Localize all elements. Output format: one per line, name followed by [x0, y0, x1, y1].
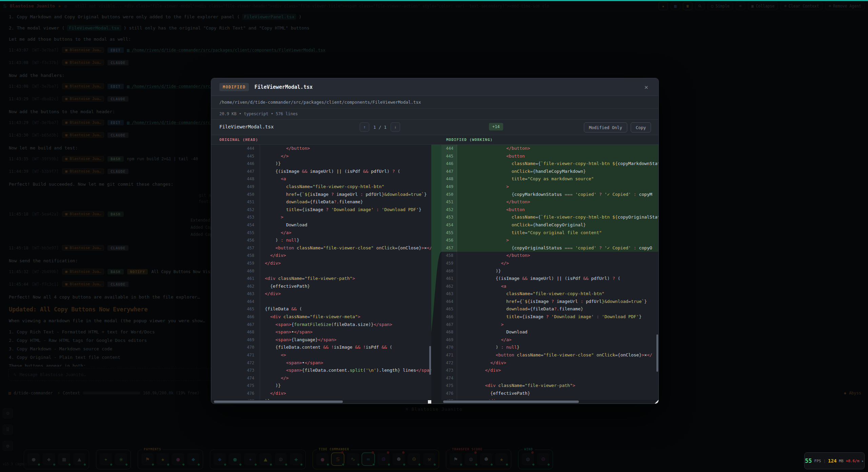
- code-text: title="Copy as markdown source": [457, 175, 594, 183]
- hud-expand-icon[interactable]: ▸: [862, 459, 864, 463]
- token: ): [331, 169, 337, 174]
- performance-hud[interactable]: 55 FPS | 124 MB +8.6/m ▸: [804, 452, 865, 469]
- original-pane[interactable]: 444 </button>445 </>446 )}447 {(isImage …: [211, 145, 431, 404]
- token: language: [294, 337, 315, 342]
- token: isImage: [334, 345, 353, 350]
- token: >: [281, 214, 283, 220]
- code-line: 471 <>: [211, 351, 431, 359]
- code-line: 447 {(isImage && imageUrl) || (isPdf && …: [211, 168, 431, 176]
- original-header: ORIGINAL (HEAD): [219, 138, 258, 142]
- prev-change-button[interactable]: ↑: [360, 122, 369, 132]
- token: :: [358, 192, 366, 197]
- token: =: [541, 352, 544, 357]
- token: :: [594, 314, 601, 319]
- token: }: [644, 299, 647, 304]
- memory-rate: +8.6/m: [846, 459, 860, 463]
- token: &&: [580, 276, 591, 281]
- token: copyOriginalStatus: [618, 214, 658, 220]
- code-line: 474 </>: [211, 374, 431, 382]
- line-number: 449: [211, 183, 260, 191]
- token: >: [506, 184, 509, 189]
- line-number: 457: [441, 244, 457, 252]
- next-change-button[interactable]: ↓: [391, 122, 400, 132]
- token: {(: [496, 276, 501, 281]
- token: &&: [320, 345, 331, 350]
- line-number: 474: [441, 374, 457, 382]
- token: ?: [596, 245, 604, 250]
- token: download: [506, 306, 528, 311]
- code-text: className="file-viewer-copy-html-btn": [457, 290, 605, 298]
- right-horizontal-scrollbar[interactable]: [441, 400, 658, 404]
- line-number: 452: [441, 206, 457, 214]
- token: =: [307, 314, 310, 319]
- token: pdfUrl: [366, 192, 381, 197]
- token: "file-viewer-copy-html-btn": [313, 184, 384, 189]
- line-number: 450: [441, 191, 457, 199]
- line-number: 456: [211, 237, 260, 244]
- token: `${: [522, 299, 530, 304]
- token: pdfUrl: [586, 299, 602, 304]
- token: filename: [559, 306, 581, 311]
- token: <div: [270, 314, 281, 319]
- token: isImage: [525, 314, 544, 319]
- line-number: 473: [211, 367, 260, 374]
- token: }: [360, 199, 363, 204]
- token: </>: [281, 375, 289, 381]
- code-text: [457, 374, 461, 382]
- code-text: </div>: [457, 367, 501, 374]
- line-number: 469: [211, 336, 260, 344]
- token: </div>: [265, 291, 281, 296]
- close-icon[interactable]: ×: [642, 83, 650, 91]
- token: pdfUrl: [591, 276, 607, 281]
- line-number: 466: [211, 313, 260, 321]
- code-text: Download: [260, 221, 307, 229]
- code-text: <span>•</span>: [260, 328, 313, 336]
- token: "file-viewer-close": [544, 352, 594, 357]
- token: </div>: [485, 368, 501, 373]
- token: }: [583, 169, 586, 174]
- code-text: </div>: [260, 260, 281, 267]
- line-number: 447: [441, 168, 457, 176]
- code-text: >: [457, 183, 509, 191]
- code-text: <a: [457, 283, 506, 290]
- diff-column-headers: ORIGINAL (HEAD) MODIFIED (WORKING): [211, 135, 658, 145]
- token: 'Download PDF': [602, 314, 639, 319]
- left-vertical-scrollbar[interactable]: [429, 346, 431, 375]
- line-number: 451: [211, 198, 260, 206]
- token: ?: [323, 207, 331, 212]
- left-horizontal-scrollbar[interactable]: [211, 400, 431, 404]
- token: isImage: [304, 207, 323, 212]
- token: href: [286, 192, 297, 197]
- code-text: </button>: [457, 145, 530, 152]
- code-text: <button: [457, 206, 525, 214]
- code-line: 468 <span>•</span>: [211, 328, 431, 336]
- token: [294, 245, 297, 250]
- code-line: 463</div>: [211, 290, 431, 298]
- right-vertical-scrollbar[interactable]: [656, 334, 658, 372]
- token: pdfUrl: [371, 169, 387, 174]
- code-line: 473 <span>{fileData.content.split('\n').…: [211, 367, 431, 374]
- code-text: {(isImage && imageUrl) || (isPdf && pdfU…: [260, 168, 400, 176]
- code-text: title={isImage ? 'Download image' : 'Dow…: [457, 313, 642, 321]
- code-line: 473 </div>: [441, 367, 658, 374]
- token: copyO: [639, 245, 652, 250]
- token: )}: [275, 383, 281, 388]
- modified-only-button[interactable]: Modified Only: [584, 122, 627, 132]
- left-resize-grip[interactable]: [428, 400, 431, 404]
- token: •: [291, 329, 294, 334]
- token: title: [512, 176, 525, 181]
- token: )}: [496, 268, 501, 273]
- token: 'Download image': [551, 314, 594, 319]
- token: ?: [612, 276, 615, 281]
- code-line: 446 className={`file-viewer-copy-html-bt…: [441, 160, 658, 168]
- token: onClose: [400, 245, 419, 250]
- copy-button[interactable]: Copy: [631, 122, 651, 132]
- token: ===: [562, 245, 575, 250]
- code-text: <div className="file-viewer-path">: [457, 382, 575, 390]
- modified-pane[interactable]: 444 </button>445 <button446 className={`…: [441, 145, 658, 404]
- token: </div>: [270, 391, 286, 396]
- token: Download: [286, 222, 308, 227]
- code-line: 448 title="Copy as markdown source": [441, 175, 658, 183]
- code-text: Download: [457, 328, 528, 336]
- code-text: [260, 298, 265, 306]
